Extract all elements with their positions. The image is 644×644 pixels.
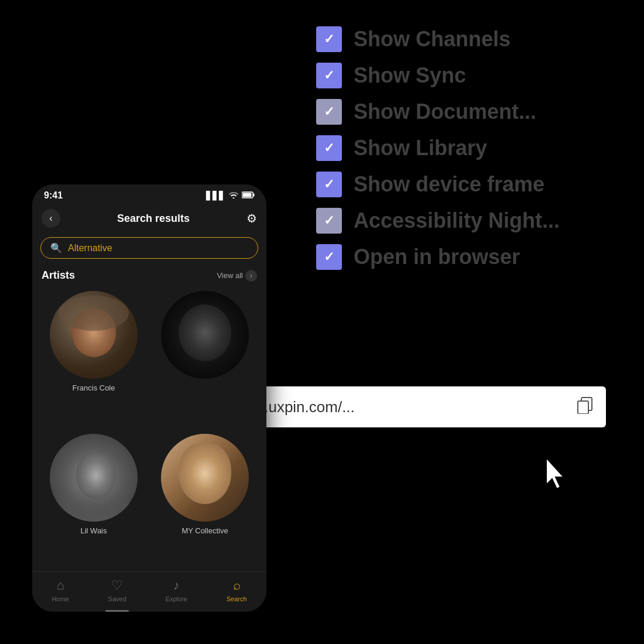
search-bar[interactable]: 🔍 Alternative bbox=[40, 237, 258, 259]
artist-avatar-1 bbox=[161, 291, 249, 379]
checkbox-list: ✓ Show Channels ✓ Show Sync ✓ Show Docum… bbox=[316, 26, 560, 270]
checkbox-label-2: Show Sync bbox=[354, 63, 466, 88]
svg-marker-2 bbox=[546, 458, 564, 489]
artists-section-header: Artists View all › bbox=[32, 263, 266, 286]
artist-card-0[interactable]: Francis Cole bbox=[38, 286, 149, 429]
view-all-label: View all bbox=[217, 271, 243, 280]
nav-item-home[interactable]: ⌂ Home bbox=[52, 578, 68, 602]
svg-rect-4 bbox=[253, 194, 255, 197]
artist-name-0: Francis Cole bbox=[73, 383, 115, 392]
view-all-arrow: › bbox=[245, 270, 257, 282]
checkbox-3[interactable]: ✓ bbox=[316, 99, 342, 125]
page-title: Search results bbox=[117, 213, 190, 225]
back-icon: ‹ bbox=[49, 213, 52, 224]
artist-name-3: MY Collective bbox=[181, 526, 228, 535]
artist-card-3[interactable]: MY Collective bbox=[149, 429, 261, 572]
search-nav-icon: ⌕ bbox=[233, 578, 241, 593]
nav-item-search[interactable]: ⌕ Search bbox=[227, 578, 247, 602]
search-icon: 🔍 bbox=[50, 242, 62, 254]
phone-frame: 9:41 ▋▋▋ ‹ Search result bbox=[32, 184, 266, 612]
status-icons: ▋▋▋ bbox=[206, 191, 255, 200]
wifi-icon bbox=[229, 191, 238, 200]
settings-icon[interactable]: ⚙ bbox=[246, 211, 257, 225]
checkbox-item-4[interactable]: ✓ Show Library bbox=[316, 135, 560, 161]
checkbox-item-1[interactable]: ✓ Show Channels bbox=[316, 26, 560, 52]
nav-item-saved[interactable]: ♡ Saved bbox=[108, 578, 126, 602]
checkbox-label-4: Show Library bbox=[354, 136, 487, 160]
artists-grid: Francis Cole Lil Wais MY Collective bbox=[32, 286, 266, 571]
svg-rect-1 bbox=[578, 401, 588, 414]
nav-header: ‹ Search results ⚙ bbox=[32, 204, 266, 232]
checkbox-label-1: Show Channels bbox=[354, 27, 511, 52]
checkbox-1[interactable]: ✓ bbox=[316, 26, 342, 52]
checkbox-label-3: Show Document... bbox=[354, 100, 536, 124]
artist-name-2: Lil Wais bbox=[80, 526, 107, 535]
checkbox-2[interactable]: ✓ bbox=[316, 63, 342, 88]
status-time: 9:41 bbox=[44, 190, 63, 201]
back-button[interactable]: ‹ bbox=[42, 209, 60, 228]
checkbox-item-5[interactable]: ✓ Show device frame bbox=[316, 172, 560, 197]
cursor-pointer bbox=[542, 457, 571, 492]
status-bar: 9:41 ▋▋▋ bbox=[32, 184, 266, 204]
artist-avatar-0 bbox=[50, 291, 138, 379]
artist-avatar-2 bbox=[50, 434, 138, 522]
checkbox-label-7: Open in browser bbox=[354, 245, 520, 269]
artist-card-1[interactable] bbox=[149, 286, 261, 429]
checkbox-item-3[interactable]: ✓ Show Document... bbox=[316, 99, 560, 125]
bottom-nav: ⌂ Home ♡ Saved ♪ Explore ⌕ Search bbox=[32, 571, 266, 612]
music-icon: ♪ bbox=[173, 578, 180, 593]
home-icon: ⌂ bbox=[56, 578, 64, 593]
nav-label-saved: Saved bbox=[108, 595, 126, 602]
artist-avatar-3 bbox=[161, 434, 249, 522]
checkbox-label-6: Accessibility Night... bbox=[354, 208, 560, 233]
copy-icon[interactable] bbox=[577, 396, 594, 418]
nav-label-explore: Explore bbox=[166, 595, 187, 602]
svg-rect-5 bbox=[243, 193, 252, 197]
checkbox-7[interactable]: ✓ bbox=[316, 244, 342, 270]
heart-icon: ♡ bbox=[111, 578, 123, 593]
battery-icon bbox=[242, 191, 255, 200]
search-value: Alternative bbox=[68, 243, 112, 254]
checkbox-item-2[interactable]: ✓ Show Sync bbox=[316, 63, 560, 88]
signal-icon: ▋▋▋ bbox=[206, 191, 225, 200]
nav-label-search: Search bbox=[227, 595, 247, 602]
artists-section-title: Artists bbox=[42, 269, 75, 282]
checkbox-label-5: Show device frame bbox=[354, 172, 544, 197]
checkbox-5[interactable]: ✓ bbox=[316, 172, 342, 197]
checkbox-item-6[interactable]: ✓ Accessibility Night... bbox=[316, 208, 560, 234]
checkbox-6[interactable]: ✓ bbox=[316, 208, 342, 234]
nav-indicator bbox=[105, 610, 129, 612]
checkbox-4[interactable]: ✓ bbox=[316, 135, 342, 161]
view-all-button[interactable]: View all › bbox=[217, 270, 257, 282]
artist-card-2[interactable]: Lil Wais bbox=[38, 429, 149, 572]
nav-label-home: Home bbox=[52, 595, 68, 602]
nav-item-explore[interactable]: ♪ Explore bbox=[166, 578, 187, 602]
checkbox-item-7[interactable]: ✓ Open in browser bbox=[316, 244, 560, 270]
